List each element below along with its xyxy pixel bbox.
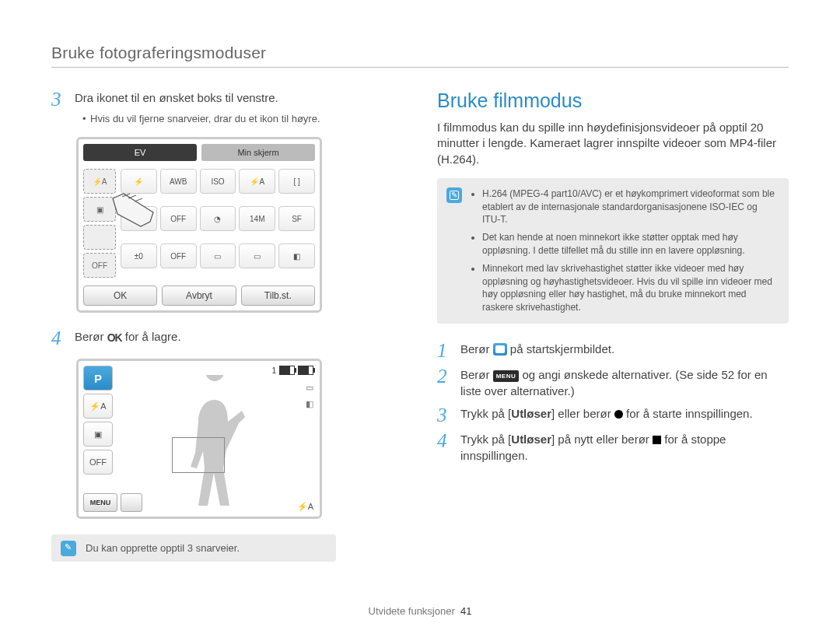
video-mode-icon bbox=[493, 343, 507, 356]
top-right-status: 1 bbox=[271, 366, 313, 375]
frame-icon[interactable]: ▣ bbox=[83, 422, 113, 447]
fig1-body: ⚡A ▣ OFF ⚡ AWB ISO ⚡A [ ] ☺ OFF ◔ 14M SF bbox=[79, 166, 320, 281]
tab-min-skjerm[interactable]: Min skjerm bbox=[201, 144, 315, 161]
step-body: Trykk på [Utløser] eller berør for å sta… bbox=[460, 405, 789, 422]
footer-section: Utvidete funksjoner bbox=[369, 605, 455, 617]
menu-button[interactable]: MENU bbox=[83, 493, 117, 512]
tab-ev[interactable]: EV bbox=[83, 144, 197, 161]
step-number: 4 bbox=[437, 431, 451, 450]
step-3-bullet: Hvis du vil fjerne snarveier, drar du et… bbox=[82, 112, 403, 126]
step-number: 3 bbox=[51, 89, 65, 109]
indicator-icon: ▭ bbox=[306, 383, 313, 393]
left-shortcut-icons: P ⚡A ▣ OFF bbox=[83, 366, 113, 475]
shot-count: 1 bbox=[271, 366, 276, 375]
note-icon bbox=[446, 187, 462, 203]
step-body: Berør OK for å lagre. bbox=[75, 328, 403, 346]
note-item: Minnekort med lav skrivehastighet støtte… bbox=[482, 262, 778, 314]
reset-button[interactable]: Tilb.st. bbox=[241, 285, 315, 306]
stop-icon bbox=[653, 436, 661, 444]
step-number: 3 bbox=[437, 405, 451, 425]
ok-glyph: OK bbox=[107, 331, 122, 346]
grid-icon[interactable]: ⚡ bbox=[121, 169, 157, 194]
page-header: Bruke fotograferingsmoduser bbox=[51, 44, 789, 68]
step-4-post: for å lagre. bbox=[125, 330, 181, 343]
grid-icon[interactable]: ▭ bbox=[200, 243, 236, 268]
icon-grid: ⚡ AWB ISO ⚡A [ ] ☺ OFF ◔ 14M SF ±0 OFF ▭… bbox=[121, 169, 315, 278]
record-icon bbox=[614, 410, 623, 419]
grid-icon[interactable]: AWB bbox=[160, 169, 197, 194]
left-column: 3 Dra ikonet til en ønsket boks til vens… bbox=[51, 89, 403, 562]
grid-icon[interactable]: ☺ bbox=[121, 206, 157, 231]
step-number: 1 bbox=[437, 341, 451, 360]
note-panel-video: H.264 (MPEG-4 part10/AVC) er et høykompr… bbox=[437, 178, 789, 324]
ok-button[interactable]: OK bbox=[83, 285, 157, 306]
s1-post: på startskjermbildet. bbox=[507, 342, 614, 356]
step-body: Berør på startskjermbildet. bbox=[460, 341, 789, 357]
note-text: Du kan opprette opptil 3 snarveier. bbox=[86, 542, 240, 554]
intro-paragraph: I filmmodus kan du spille inn høydefinis… bbox=[437, 120, 789, 167]
s4-pre: Trykk på [ bbox=[460, 433, 511, 446]
left-step-4: 4 Berør OK for å lagre. bbox=[51, 328, 403, 348]
grid-icon[interactable]: OFF bbox=[160, 243, 197, 268]
memory-icon bbox=[279, 366, 295, 375]
note-shortcut-limit: Du kan opprette opptil 3 snarveier. bbox=[51, 534, 336, 562]
fig1-buttons: OK Avbryt Tilb.st. bbox=[79, 281, 320, 310]
off-icon[interactable]: OFF bbox=[83, 450, 113, 475]
figure-shortcut-editor: EV Min skjerm ⚡A ▣ OFF ⚡ AWB ISO ⚡A [ ] … bbox=[76, 137, 322, 313]
s3-mid: ] eller berør bbox=[551, 407, 614, 420]
grid-icon[interactable]: [ ] bbox=[278, 169, 315, 194]
section-heading: Bruke filmmodus bbox=[437, 89, 789, 112]
step-4-pre: Berør bbox=[75, 330, 104, 343]
grid-icon[interactable]: SF bbox=[278, 206, 315, 231]
right-step-4: 4 Trykk på [Utløser] på nytt eller berør… bbox=[437, 431, 789, 464]
right-step-1: 1 Berør på startskjermbildet. bbox=[437, 341, 789, 360]
thumbnail-button[interactable] bbox=[121, 493, 142, 512]
step-body: Berør MENU og angi ønskede alternativer.… bbox=[460, 366, 789, 399]
right-step-2: 2 Berør MENU og angi ønskede alternative… bbox=[437, 366, 789, 399]
s1-pre: Berør bbox=[460, 342, 493, 356]
grid-icon[interactable]: ±0 bbox=[121, 243, 157, 268]
page-footer: Utvidete funksjoner 41 bbox=[0, 605, 840, 617]
grid-icon[interactable]: 14M bbox=[239, 206, 275, 231]
s4-bold: Utløser bbox=[511, 433, 551, 446]
step-body: Dra ikonet til en ønsket boks til venstr… bbox=[75, 89, 403, 126]
s3-bold: Utløser bbox=[511, 407, 551, 420]
menu-chip-icon: MENU bbox=[493, 370, 520, 382]
grid-icon[interactable]: OFF bbox=[160, 206, 197, 231]
shortcut-slots: ⚡A ▣ OFF bbox=[83, 169, 116, 278]
shortcut-slot[interactable]: ⚡A bbox=[83, 169, 116, 194]
right-column: Bruke filmmodus I filmmodus kan du spill… bbox=[437, 89, 789, 562]
battery-icon bbox=[298, 366, 313, 375]
shortcut-slot[interactable] bbox=[83, 225, 116, 250]
figure-shooting-preview: P ⚡A ▣ OFF MENU 1 ▭ ◧ ⚡A bbox=[76, 359, 322, 519]
indicator-icon: ◧ bbox=[306, 399, 313, 409]
flash-indicator: ⚡A bbox=[297, 502, 313, 512]
flash-auto-icon[interactable]: ⚡A bbox=[83, 394, 113, 419]
grid-icon[interactable]: ⚡A bbox=[239, 169, 275, 194]
s3-pre: Trykk på [ bbox=[460, 407, 511, 420]
shortcut-slot[interactable]: ▣ bbox=[83, 197, 116, 222]
step-3-text: Dra ikonet til en ønsket boks til venstr… bbox=[75, 91, 278, 104]
fig1-tabs: EV Min skjerm bbox=[79, 139, 320, 166]
shortcut-slot[interactable]: OFF bbox=[83, 253, 116, 278]
page-number: 41 bbox=[460, 605, 471, 617]
note-item: Det kan hende at noen minnekort ikke stø… bbox=[482, 231, 778, 257]
step-body: Trykk på [Utløser] på nytt eller berør f… bbox=[460, 431, 789, 464]
right-step-3: 3 Trykk på [Utløser] eller berør for å s… bbox=[437, 405, 789, 425]
grid-icon[interactable]: ◧ bbox=[278, 243, 315, 268]
step-number: 4 bbox=[51, 328, 65, 348]
note-item: H.264 (MPEG-4 part10/AVC) er et høykompr… bbox=[482, 187, 778, 226]
grid-icon[interactable]: ▭ bbox=[239, 243, 275, 268]
s2-pre: Berør bbox=[460, 368, 493, 381]
note-icon bbox=[61, 541, 76, 556]
step-number: 2 bbox=[437, 366, 451, 386]
left-step-3: 3 Dra ikonet til en ønsket boks til vens… bbox=[51, 89, 403, 126]
grid-icon[interactable]: ISO bbox=[200, 169, 236, 194]
content-columns: 3 Dra ikonet til en ønsket boks til vens… bbox=[51, 89, 789, 562]
mode-p-icon[interactable]: P bbox=[83, 366, 113, 391]
s3-post: for å starte innspillingen. bbox=[623, 407, 753, 420]
s4-mid: ] på nytt eller berør bbox=[551, 433, 653, 446]
grid-icon[interactable]: ◔ bbox=[200, 206, 236, 231]
right-indicator-icons: ▭ ◧ bbox=[306, 383, 313, 409]
cancel-button[interactable]: Avbryt bbox=[162, 285, 236, 306]
